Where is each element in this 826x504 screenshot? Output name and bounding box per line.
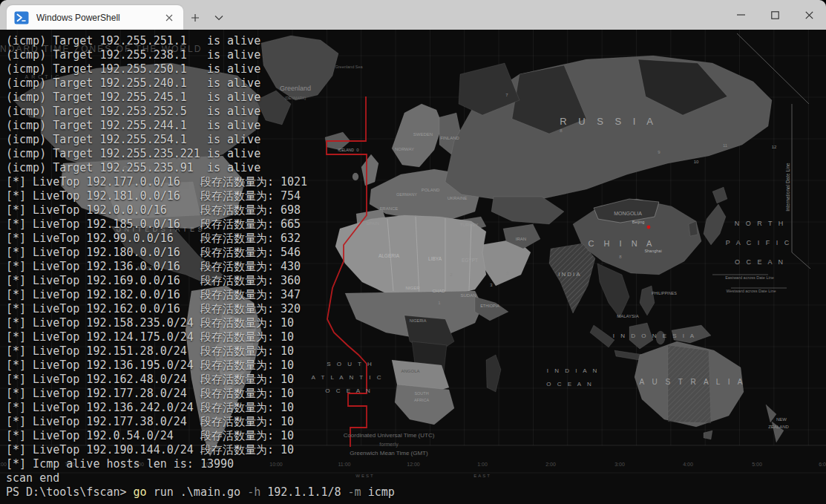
- maximize-button[interactable]: [758, 0, 792, 30]
- map-label: Beijing: [632, 220, 645, 224]
- terminal-output-line: (icmp) Target 192.255.251.1 is alive: [6, 34, 395, 48]
- map-label: ARABIA: [499, 261, 516, 265]
- terminal-output-line: [*] LiveTop 192.177.38.0/24 段存活数量为: 10: [6, 415, 395, 429]
- map-label: TURKEY: [460, 223, 478, 227]
- powershell-window: Windows PowerShell: [0, 0, 826, 504]
- terminal-output-line: [*] LiveTop 192.124.175.0/24 段存活数量为: 10: [6, 330, 395, 344]
- map-label: P A C I F I C: [726, 239, 791, 246]
- prompt-segment: -h: [247, 485, 260, 499]
- map-label: ETHIOPIA: [480, 304, 499, 308]
- map-label: MONGOLIA: [614, 211, 642, 216]
- terminal-output-line: (icmp) Target 192.255.235.221 is alive: [6, 147, 395, 161]
- terminal-output-line: [*] LiveTop 192.185.0.0/16 段存活数量为: 665: [6, 217, 395, 232]
- minimize-button[interactable]: [724, 0, 758, 30]
- map-label: 10: [694, 160, 699, 164]
- map-label: NIGER: [405, 286, 420, 290]
- map-label: SWEDEN: [413, 132, 433, 137]
- terminal-output-line: [*] LiveTop 192.136.242.0/24 段存活数量为: 10: [6, 401, 395, 415]
- prompt-segment: go: [134, 485, 147, 499]
- map-label: NEW: [776, 417, 787, 422]
- map-utc-time-label: 1:00: [477, 462, 488, 467]
- prompt-segment: 192.1.1.1/8: [260, 485, 347, 499]
- map-utc-time-label: 12:00: [407, 462, 420, 467]
- map-label: A U S T R A L I A: [640, 378, 746, 386]
- terminal-output-line: [*] LiveTop 192.177.0.0/16 段存活数量为: 1021: [6, 175, 395, 189]
- terminal-output: (icmp) Target 192.255.251.1 is alive(icm…: [6, 34, 395, 500]
- tab-windows-powershell[interactable]: Windows PowerShell: [7, 5, 183, 30]
- terminal-output-line: (icmp) Target 192.255.245.1 is alive: [6, 91, 395, 105]
- titlebar[interactable]: Windows PowerShell: [0, 0, 826, 30]
- map-beijing-dot: [647, 226, 651, 229]
- map-label: ZEALAND: [768, 425, 789, 429]
- terminal-output-line: [*] LiveTop 192.0.54.0/24 段存活数量为: 10: [6, 429, 395, 443]
- map-label: MALAYSIA: [617, 314, 639, 318]
- terminal-output-line: (icmp) Target 192.255.254.1 is alive: [6, 133, 395, 147]
- terminal-output-line: [*] LiveTop 192.182.0.0/16 段存活数量为: 347: [6, 288, 395, 302]
- map-label: NORWAY: [395, 147, 414, 151]
- terminal-output-line: (icmp) Target 192.253.252.5 is alive: [6, 105, 395, 119]
- map-label: NIGERIA: [410, 318, 427, 323]
- close-button[interactable]: [792, 0, 826, 30]
- map-label: FINLAND: [440, 136, 459, 140]
- terminal-output-line: (icmp) Target 192.255.250.1 is alive: [6, 62, 395, 76]
- terminal-output-line: [*] LiveTop 192.162.0.0/16 段存活数量为: 320: [6, 302, 395, 316]
- map-label: I N D O N E S I A: [613, 333, 696, 339]
- map-label: POLAND: [422, 188, 440, 192]
- map-label: Eastward across Date Line: [725, 275, 774, 280]
- map-utc-time-label: 5:00: [752, 462, 762, 467]
- map-label: 12: [772, 145, 777, 149]
- terminal-output-line: [*] LiveTop 192.162.48.0/24 段存活数量为: 10: [6, 373, 395, 387]
- terminal-output-line: [*] LiveTop 192.180.0.0/16 段存活数量为: 546: [6, 246, 395, 260]
- terminal-output-line: (icmp) Target 192.255.235.91 is alive: [6, 161, 395, 175]
- terminal-output-line: [*] LiveTop 192.136.195.0/24 段存活数量为: 10: [6, 359, 395, 373]
- map-utc-time-label: 3:00: [614, 462, 625, 467]
- map-label: 11: [723, 143, 728, 148]
- map-label: PHILIPPINES: [652, 291, 677, 295]
- prompt-segment: -m: [348, 485, 361, 499]
- map-utc-time-label: 4:00: [683, 462, 693, 467]
- map-label: I N D I A N: [547, 367, 599, 374]
- terminal-output-line: [*] LiveTop 192.177.28.0/24 段存活数量为: 10: [6, 387, 395, 401]
- map-label: O C E A N: [735, 258, 785, 266]
- tab-close-icon[interactable]: [161, 10, 177, 26]
- terminal-output-line: [*] LiveTop 192.169.0.0/16 段存活数量为: 360: [6, 274, 395, 288]
- terminal-prompt-line: PS D:\tools\fscan> go run .\main.go -h 1…: [6, 485, 395, 500]
- terminal-output-line: [*] Icmp alive hosts len is: 13990: [6, 457, 395, 471]
- terminal-output-line: [*] LiveTop 192.158.235.0/24 段存活数量为: 10: [6, 316, 395, 330]
- map-label: Westward across Date Line: [726, 289, 776, 293]
- terminal-viewport[interactable]: STANDARD TIME ZONES OF THE WORLDARCTIC O…: [0, 30, 826, 504]
- map-label: International Date Line: [785, 163, 790, 212]
- terminal-output-line: (icmp) Target 192.255.240.1 is alive: [6, 76, 395, 91]
- terminal-output-line: (icmp) Target 192.255.244.1 is alive: [6, 119, 395, 133]
- terminal-output-line: [*] LiveTop 192.151.28.0/24 段存活数量为: 10: [6, 344, 395, 359]
- terminal-output-line: [*] LiveTop 192.136.0.0/16 段存活数量为: 430: [6, 260, 395, 274]
- map-label: EGYPT: [462, 258, 478, 263]
- map-label: CHAD: [432, 289, 445, 293]
- map-label: INDIA: [558, 271, 581, 278]
- terminal-output-line: [*] LiveTop 192.99.0.0/16 段存活数量为: 632: [6, 232, 395, 246]
- terminal-output-line: [*] LiveTop 192.181.0.0/16 段存活数量为: 754: [6, 189, 395, 203]
- new-tab-button[interactable]: [183, 5, 207, 30]
- prompt-segment: icmp: [361, 485, 395, 499]
- map-utc-time-label: 6:00: [819, 462, 826, 467]
- map-label: N O R T H: [735, 220, 786, 227]
- map-label: EAST: [473, 474, 491, 478]
- powershell-icon: [14, 10, 29, 25]
- map-label: ANGOLA: [401, 369, 419, 373]
- tab-title: Windows PowerShell: [36, 13, 161, 23]
- prompt-segment: run .\main.go: [147, 485, 247, 499]
- map-label: O C E A N: [546, 381, 593, 387]
- terminal-output-line: [*] LiveTop 192.190.144.0/24 段存活数量为: 10: [6, 443, 395, 457]
- terminal-output-line: [*] LiveTop 192.0.0.0/16 段存活数量为: 698: [6, 203, 395, 217]
- map-label: SAUDI: [501, 253, 515, 258]
- map-label: UKRAINE: [448, 196, 468, 200]
- map-label: Shanghai: [644, 249, 661, 253]
- prompt-segment: PS D:\tools\fscan>: [6, 485, 134, 499]
- map-label: AFRICA: [414, 398, 430, 402]
- terminal-output-line: (icmp) Target 192.255.238.1 is alive: [6, 48, 395, 62]
- map-label: IRAN: [516, 237, 526, 241]
- map-label: GERMANY: [396, 192, 417, 197]
- tab-dropdown-button[interactable]: [207, 5, 231, 30]
- map-utc-time-label: 2:00: [545, 462, 556, 467]
- map-label: SOUTH: [414, 391, 428, 396]
